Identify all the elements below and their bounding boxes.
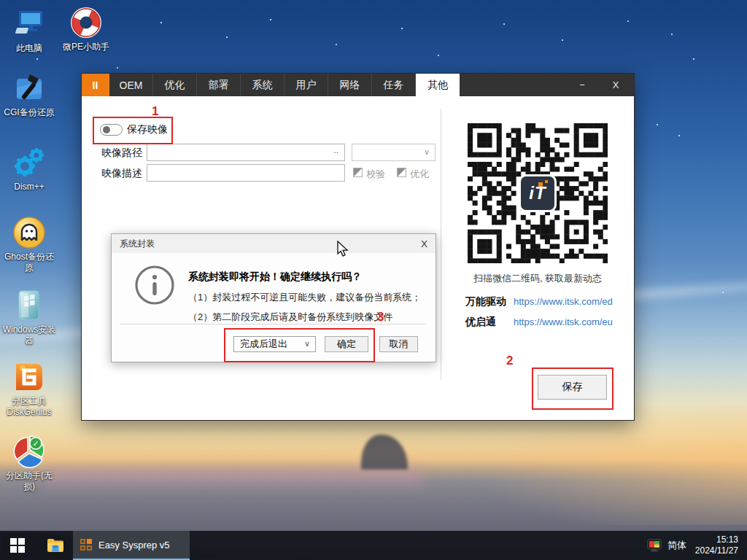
easy-sysprep-icon	[80, 539, 92, 551]
ime-indicator[interactable]: 简体	[662, 531, 692, 560]
glass-box-icon	[12, 289, 46, 322]
tab-network[interactable]: 网络	[328, 74, 372, 96]
desktop-icon-label: 分区工具 DiskGenius	[1, 396, 57, 418]
annotation-1: 1	[152, 104, 158, 119]
start-button[interactable]	[0, 531, 35, 560]
logo-accent	[545, 180, 548, 183]
desktop-icon-label: CGI备份还原	[1, 107, 57, 118]
clock[interactable]: 15:13 2024/11/27	[690, 531, 743, 560]
task-label: Easy Sysprep v5	[98, 540, 170, 551]
svg-text:✓: ✓	[32, 439, 39, 448]
taskbar-task-easy-sysprep[interactable]: Easy Sysprep v5	[73, 531, 190, 560]
desktop-icon-dism[interactable]: Dism++	[1, 146, 58, 192]
desktop-icon-ghost[interactable]: Ghost备份还原	[1, 216, 58, 273]
optimize-label: 优化	[410, 168, 429, 181]
dialog-titlebar[interactable]: 系统封装	[112, 234, 436, 253]
optimize-checkbox[interactable]	[397, 168, 406, 177]
annotation-box-3	[224, 328, 375, 362]
dialog-line-2: （2）第二阶段完成后请及时备份系统到映像文件	[188, 311, 392, 324]
lifebuoy-icon	[69, 6, 103, 39]
clock-time: 15:13	[716, 534, 738, 545]
system-seal-dialog: 系统封装 X 系统封装即将开始！确定继续执行吗？ （1）封装过程不可逆且可能失败…	[111, 233, 436, 362]
wechat-qr-code: iT	[468, 123, 608, 263]
verify-label: 校验	[366, 168, 385, 181]
desktop-icon-windows-installer[interactable]: Windows安装器	[1, 289, 58, 346]
desktop-icon-label: 分区助手(无损)	[1, 470, 57, 492]
desktop-icon-label: 微PE小助手	[58, 42, 114, 52]
desktop-icon-label: Dism++	[1, 182, 57, 192]
desktop-icon-wepe[interactable]: 微PE小助手	[58, 6, 115, 52]
info-icon	[134, 265, 175, 308]
desktop-icon-label: 此电脑	[1, 43, 57, 54]
qr-caption: 扫描微信二维码, 获取最新动态	[450, 272, 625, 285]
dialog-close-button[interactable]: X	[421, 238, 427, 249]
annotation-box-2	[532, 368, 614, 410]
gears-icon	[12, 146, 46, 179]
tab-task[interactable]: 任务	[372, 74, 416, 96]
cancel-button[interactable]: 取消	[379, 336, 418, 352]
itsk-logo: iT	[519, 174, 557, 212]
uqitong-link-name: 优启通	[465, 316, 496, 329]
desktop-icon-this-pc[interactable]: 此电脑	[1, 7, 58, 54]
window-titlebar[interactable]: II OEM 优化 部署 系统 用户 网络 任务 其他	[82, 74, 634, 96]
chevron-down-icon: ∨	[424, 147, 430, 157]
driver-link-name: 万能驱动	[465, 295, 506, 308]
tab-deploy[interactable]: 部署	[197, 74, 241, 96]
image-desc-label: 映像描述	[101, 167, 142, 180]
mouse-cursor	[336, 241, 349, 261]
dialog-title: 系统封装	[120, 238, 155, 250]
tab-logo[interactable]: II	[82, 74, 109, 96]
image-path-input[interactable]: ..	[147, 144, 345, 161]
desktop-icon-label: Windows安装器	[1, 324, 57, 346]
windows-logo-icon	[10, 538, 25, 553]
diskgenius-icon	[12, 360, 46, 394]
image-path-label: 映像路径	[101, 147, 142, 160]
this-pc-icon	[12, 7, 46, 41]
hammer-icon	[12, 71, 46, 105]
uqitong-link-url[interactable]: https://www.itsk.com/eu	[514, 316, 613, 327]
folder-icon	[47, 538, 64, 553]
tab-system[interactable]: 系统	[241, 74, 285, 96]
driver-link-url[interactable]: https://www.itsk.com/ed	[514, 296, 613, 307]
desktop-icon-cgi-backup[interactable]: CGI备份还原	[1, 71, 58, 118]
annotation-box-1	[93, 117, 173, 144]
tab-oem[interactable]: OEM	[109, 74, 153, 96]
pie-check-icon: ✓	[12, 435, 46, 468]
image-format-combobox[interactable]: ∨	[352, 144, 436, 161]
desktop-icon-diskgenius[interactable]: 分区工具 DiskGenius	[1, 360, 58, 418]
close-button[interactable]: X	[600, 74, 631, 96]
tab-optimize[interactable]: 优化	[153, 74, 197, 96]
image-desc-input[interactable]	[147, 164, 345, 182]
file-explorer-button[interactable]	[41, 531, 70, 560]
clock-date: 2024/11/27	[695, 545, 738, 556]
annotation-3: 3	[377, 310, 384, 324]
dialog-line-1: （1）封装过程不可逆且可能失败，建议备份当前系统；	[188, 291, 421, 304]
display-tray-icon[interactable]	[645, 531, 664, 560]
panel-divider	[441, 109, 441, 380]
annotation-2: 2	[506, 354, 513, 368]
itsk-logo-text: iT	[529, 183, 546, 203]
desktop-icon-partition-assistant[interactable]: ✓ 分区助手(无损)	[1, 435, 58, 492]
taskbar: Easy Sysprep v5 简体 15:13 2024/11/27	[0, 531, 747, 560]
desktop-icon-label: Ghost备份还原	[1, 252, 57, 273]
tab-user[interactable]: 用户	[285, 74, 328, 96]
ghost-icon	[12, 216, 46, 249]
tab-other[interactable]: 其他	[416, 74, 460, 96]
dialog-heading: 系统封装即将开始！确定继续执行吗？	[188, 271, 362, 284]
logo-accent	[538, 182, 543, 187]
minimize-button[interactable]: −	[567, 74, 597, 96]
verify-checkbox[interactable]	[353, 168, 363, 177]
browse-button[interactable]: ..	[333, 145, 338, 155]
